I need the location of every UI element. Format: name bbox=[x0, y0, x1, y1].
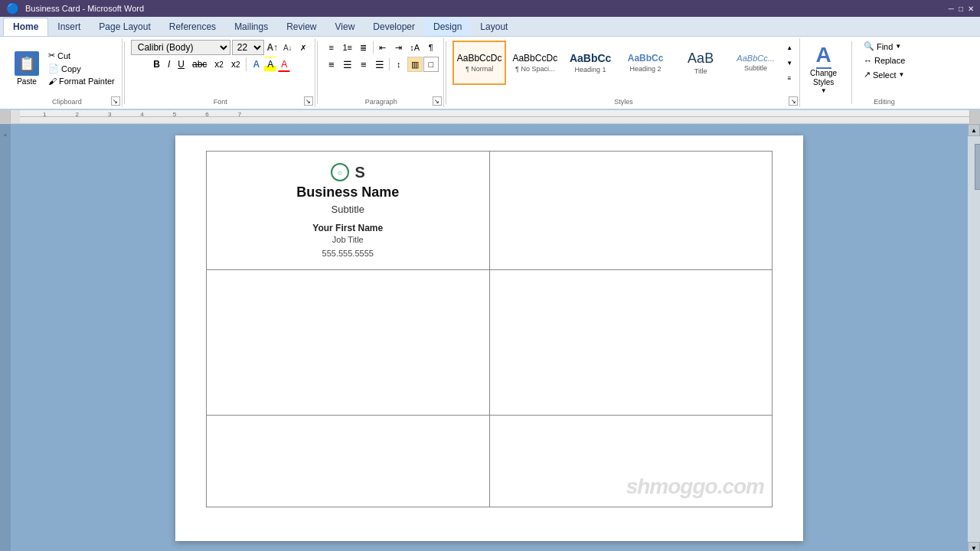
justify-button[interactable]: ☰ bbox=[372, 57, 387, 72]
format-painter-icon: 🖌 bbox=[48, 77, 57, 86]
find-button[interactable]: 🔍 Find ▼ bbox=[860, 40, 905, 53]
tab-references[interactable]: References bbox=[160, 18, 225, 36]
tab-insert[interactable]: Insert bbox=[48, 18, 90, 36]
shading-button[interactable]: ▥ bbox=[407, 57, 423, 72]
card-empty-cell-2 bbox=[207, 270, 490, 416]
tab-view[interactable]: View bbox=[326, 18, 364, 36]
font-expand-button[interactable]: ↘ bbox=[304, 96, 313, 106]
paste-button[interactable]: 📋 Paste bbox=[8, 40, 46, 96]
paste-label: Paste bbox=[17, 77, 37, 86]
styles-expand-button[interactable]: ↘ bbox=[789, 96, 798, 106]
style-subtitle-button[interactable]: AaBbCc... Subtitle bbox=[729, 41, 782, 85]
cut-icon: ✂ bbox=[48, 51, 55, 60]
align-center-button[interactable]: ☰ bbox=[340, 57, 355, 72]
line-spacing-button[interactable]: ↕ bbox=[391, 57, 407, 72]
main-area: ▲ ○ S Busin bbox=[0, 124, 980, 551]
clipboard-group: 📋 Paste ✂ Cut 📄 Copy 🖌 Format Painter Cl… bbox=[3, 38, 122, 107]
change-styles-button[interactable]: A ChangeStyles ▼ bbox=[800, 38, 850, 107]
title-bar: 🔵 Business Card - Microsoft Word ─ □ ✕ bbox=[0, 0, 980, 17]
sort-button[interactable]: ↕A bbox=[407, 40, 423, 55]
styles-scroll-down-button[interactable]: ▼ bbox=[784, 56, 795, 70]
left-bar-marker: ▲ bbox=[3, 132, 8, 137]
superscript-button[interactable]: x2 bbox=[228, 57, 243, 72]
style-heading2-button[interactable]: AaBbCc Heading 2 bbox=[619, 41, 672, 85]
document-area[interactable]: ○ S Business Name Subtitle Your First Na… bbox=[11, 124, 968, 551]
numbering-button[interactable]: 1≡ bbox=[340, 40, 355, 55]
card-empty-cell-4 bbox=[207, 416, 490, 507]
font-shrink-button[interactable]: A↓ bbox=[281, 41, 295, 54]
italic-button[interactable]: I bbox=[165, 57, 173, 72]
paragraph-row-1: ≡ 1≡ ≣ ⇤ ⇥ ↕A ¶ bbox=[324, 40, 439, 55]
right-scrollbar[interactable]: ▲ ▼ bbox=[968, 124, 980, 551]
style-heading1-button[interactable]: AaBbCc Heading 1 bbox=[564, 41, 617, 85]
styles-scroll-up-button[interactable]: ▲ bbox=[784, 41, 795, 54]
bold-button[interactable]: B bbox=[150, 57, 163, 72]
border-button[interactable]: □ bbox=[423, 57, 439, 72]
text-effects-button[interactable]: A bbox=[250, 57, 263, 72]
align-right-button[interactable]: ≡ bbox=[356, 57, 371, 72]
text-highlight-button[interactable]: A bbox=[264, 57, 276, 72]
font-grow-button[interactable]: A↑ bbox=[266, 41, 279, 54]
person-name: Your First Name bbox=[222, 223, 474, 233]
styles-scroll-controls: ▲ ▼ ≡ bbox=[784, 40, 795, 86]
font-size-select[interactable]: 22 bbox=[232, 40, 264, 55]
editing-group-label: Editing bbox=[854, 98, 915, 106]
card-row-3: shmoggo.com bbox=[207, 416, 773, 507]
card-empty-cell-3 bbox=[489, 270, 773, 416]
font-family-select[interactable]: Calibri (Body) bbox=[131, 40, 230, 55]
increase-indent-button[interactable]: ⇥ bbox=[391, 40, 407, 55]
styles-group: AaBbCcDc ¶ Normal AaBbCcDc ¶ No Spaci...… bbox=[448, 38, 800, 107]
tab-developer[interactable]: Developer bbox=[364, 18, 424, 36]
styles-group-label: Styles bbox=[448, 98, 799, 106]
strikethrough-button[interactable]: abc bbox=[189, 57, 210, 72]
tab-home[interactable]: Home bbox=[3, 18, 48, 36]
tab-page-layout[interactable]: Page Layout bbox=[90, 18, 159, 36]
font-color-button[interactable]: A bbox=[278, 57, 290, 72]
tab-review[interactable]: Review bbox=[277, 18, 325, 36]
change-styles-icon: A bbox=[816, 43, 831, 69]
scroll-up-button[interactable]: ▲ bbox=[968, 124, 980, 136]
select-button[interactable]: ↗ Select ▼ bbox=[860, 68, 909, 81]
cut-button[interactable]: ✂ Cut bbox=[46, 50, 117, 61]
business-card-table: ○ S Business Name Subtitle Your First Na… bbox=[206, 151, 773, 507]
clear-formatting-button[interactable]: ✗ bbox=[296, 41, 310, 54]
style-no-spacing-button[interactable]: AaBbCcDc ¶ No Spaci... bbox=[508, 41, 562, 85]
paragraph-expand-button[interactable]: ↘ bbox=[433, 96, 442, 106]
show-marks-button[interactable]: ¶ bbox=[423, 40, 439, 55]
clipboard-group-label: Clipboard bbox=[8, 98, 126, 106]
underline-button[interactable]: U bbox=[175, 57, 188, 72]
tab-design[interactable]: Design bbox=[424, 18, 471, 36]
clipboard-expand-button[interactable]: ↘ bbox=[111, 96, 120, 106]
scroll-down-button[interactable]: ▼ bbox=[968, 542, 980, 551]
styles-more-button[interactable]: ≡ bbox=[784, 71, 795, 85]
select-icon: ↗ bbox=[864, 70, 871, 80]
subscript-button[interactable]: x2 bbox=[211, 57, 227, 72]
font-group-content: Calibri (Body) 22 A↑ A↓ ✗ B I U abc x2 x… bbox=[131, 40, 310, 106]
style-normal-button[interactable]: AaBbCcDc ¶ Normal bbox=[452, 41, 507, 85]
icon-letter: S bbox=[355, 164, 365, 181]
align-left-button[interactable]: ≡ bbox=[324, 57, 339, 72]
document-page: ○ S Business Name Subtitle Your First Na… bbox=[175, 135, 803, 541]
bullets-button[interactable]: ≡ bbox=[324, 40, 339, 55]
format-painter-button[interactable]: 🖌 Format Painter bbox=[46, 76, 117, 86]
scrollbar-thumb[interactable] bbox=[975, 144, 980, 190]
tab-mailings[interactable]: Mailings bbox=[225, 18, 277, 36]
paragraph-group-content: ≡ 1≡ ≣ ⇤ ⇥ ↕A ¶ ≡ ☰ ≡ ☰ ↕ ▥ □ bbox=[324, 40, 439, 106]
left-sidebar: ▲ bbox=[0, 124, 11, 551]
replace-button[interactable]: ↔ Replace bbox=[860, 54, 909, 67]
tab-layout[interactable]: Layout bbox=[471, 18, 517, 36]
business-name: Business Name bbox=[222, 184, 474, 201]
style-no-spacing-name: ¶ No Spaci... bbox=[515, 65, 554, 73]
ruler: 1234567 bbox=[0, 110, 980, 124]
card-row-1: ○ S Business Name Subtitle Your First Na… bbox=[207, 152, 773, 270]
card-empty-cell-1 bbox=[489, 152, 773, 270]
window-controls[interactable]: ─ □ ✕ bbox=[949, 5, 974, 13]
business-card-icon: ○ bbox=[331, 163, 349, 181]
paragraph-group-label: Paragraph bbox=[319, 98, 443, 106]
decrease-indent-button[interactable]: ⇤ bbox=[375, 40, 390, 55]
multilevel-button[interactable]: ≣ bbox=[356, 40, 371, 55]
style-normal-preview: AaBbCcDc bbox=[457, 53, 502, 64]
copy-button[interactable]: 📄 Copy bbox=[46, 63, 117, 74]
doc-title: Business Card - Microsoft Word bbox=[25, 4, 144, 13]
style-title-button[interactable]: AaB Title bbox=[674, 41, 727, 85]
